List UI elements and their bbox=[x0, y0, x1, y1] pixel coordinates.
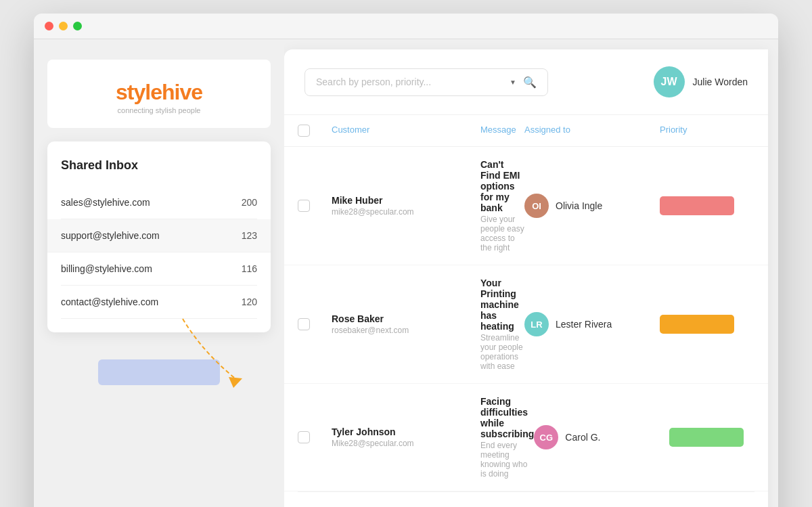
col-priority: Priority bbox=[660, 125, 754, 137]
inbox-item-contact[interactable]: contact@stylehive.com 120 bbox=[61, 286, 257, 319]
maximize-button[interactable] bbox=[73, 22, 82, 30]
col-customer: Customer bbox=[332, 125, 480, 137]
row3-checkbox-cell bbox=[298, 431, 332, 443]
minimize-button[interactable] bbox=[59, 22, 68, 30]
close-button[interactable] bbox=[45, 22, 53, 30]
shared-inbox-title: Shared Inbox bbox=[61, 158, 257, 173]
table-row[interactable]: Tyler Johnson Mike28@specular.com Facing… bbox=[284, 384, 768, 491]
logo-subtitle: connecting stylish people bbox=[64, 106, 254, 114]
placeholder-button[interactable] bbox=[98, 359, 220, 385]
row3-customer-email: Mike28@specular.com bbox=[332, 439, 480, 448]
row2-customer-email: rosebaker@next.com bbox=[332, 326, 480, 335]
row1-message-preview: Give your people easy access to the righ… bbox=[480, 215, 524, 252]
main-content: Search by person, priority... ▼ 🔍 JW Jul… bbox=[284, 49, 768, 507]
row1-assigned: OI Olivia Ingle bbox=[524, 194, 660, 218]
inbox-count-billing: 116 bbox=[242, 263, 257, 274]
row2-checkbox-cell bbox=[298, 318, 332, 330]
row2-message-preview: Streamline your people operations with e… bbox=[480, 333, 524, 371]
browser-body: stylehive connecting stylish people Shar… bbox=[34, 39, 778, 507]
inbox-count-contact: 120 bbox=[242, 296, 257, 307]
browser-window: stylehive connecting stylish people Shar… bbox=[34, 14, 778, 507]
row3-message: Facing difficulties while subscribing En… bbox=[480, 396, 534, 479]
inbox-item-support[interactable]: support@stylehive.com 123 bbox=[47, 219, 271, 252]
search-icon[interactable]: 🔍 bbox=[523, 76, 537, 89]
inbox-item-billing[interactable]: billing@stylehive.com 116 bbox=[61, 252, 257, 286]
row3-customer: Tyler Johnson Mike28@specular.com bbox=[332, 426, 480, 448]
inbox-email-sales: sales@stylehive.com bbox=[61, 197, 150, 208]
bottom-button-area bbox=[47, 359, 271, 385]
annotation-area: All inboxes in one place bbox=[284, 492, 768, 507]
browser-titlebar bbox=[34, 14, 778, 39]
row3-assigned: CG Carol G. bbox=[534, 425, 669, 449]
table-row[interactable]: Mike Huber mike28@specular.com Can't Fin… bbox=[284, 147, 768, 265]
row1-customer: Mike Huber mike28@specular.com bbox=[332, 195, 480, 217]
row3-checkbox[interactable] bbox=[298, 431, 310, 443]
row2-message: Your Printing machine has heating Stream… bbox=[480, 278, 524, 371]
row1-assignee-avatar: OI bbox=[524, 194, 549, 218]
row1-message-title: Can't Find EMI options for my bank bbox=[480, 159, 524, 213]
row1-checkbox-cell bbox=[298, 200, 332, 212]
inbox-count-support: 123 bbox=[242, 230, 257, 241]
checkbox-header-cell bbox=[298, 125, 332, 137]
user-name: Julie Worden bbox=[693, 76, 748, 87]
row2-checkbox[interactable] bbox=[298, 318, 310, 330]
user-avatar: JW bbox=[654, 66, 685, 97]
row2-message-title: Your Printing machine has heating bbox=[480, 278, 524, 332]
inbox-card: Shared Inbox sales@stylehive.com 200 sup… bbox=[47, 141, 271, 332]
sidebar: stylehive connecting stylish people Shar… bbox=[34, 39, 284, 507]
row2-priority-badge bbox=[660, 315, 734, 334]
search-bar[interactable]: Search by person, priority... ▼ 🔍 bbox=[304, 68, 548, 96]
logo-text: stylehive bbox=[64, 80, 254, 105]
row3-customer-name: Tyler Johnson bbox=[332, 426, 480, 437]
row1-message: Can't Find EMI options for my bank Give … bbox=[480, 159, 524, 252]
row2-customer: Rose Baker rosebaker@next.com bbox=[332, 313, 480, 335]
search-placeholder: Search by person, priority... bbox=[316, 76, 503, 87]
main-header: Search by person, priority... ▼ 🔍 JW Jul… bbox=[284, 49, 768, 115]
row3-assignee-avatar: CG bbox=[534, 425, 558, 449]
row2-assigned: LR Lester Rivera bbox=[524, 312, 660, 336]
select-all-checkbox[interactable] bbox=[298, 125, 310, 137]
row3-message-preview: End every meeting knowing who is doing bbox=[480, 441, 534, 479]
user-profile: JW Julie Worden bbox=[654, 66, 748, 97]
logo-area: stylehive connecting stylish people bbox=[47, 60, 271, 128]
table-row[interactable]: Rose Baker rosebaker@next.com Your Print… bbox=[284, 265, 768, 384]
inbox-count-sales: 200 bbox=[242, 197, 257, 208]
row2-assignee-avatar: LR bbox=[524, 312, 549, 336]
row2-customer-name: Rose Baker bbox=[332, 313, 480, 324]
row1-priority bbox=[660, 196, 754, 215]
inbox-table: Customer Message Assigned to Priority Mi… bbox=[284, 115, 768, 492]
row2-priority bbox=[660, 315, 754, 334]
inbox-item-sales[interactable]: sales@stylehive.com 200 bbox=[61, 186, 257, 219]
col-assigned: Assigned to bbox=[524, 125, 660, 137]
row1-customer-name: Mike Huber bbox=[332, 195, 480, 206]
row1-assignee-name: Olivia Ingle bbox=[556, 200, 602, 211]
col-message: Message bbox=[480, 125, 524, 137]
row1-checkbox[interactable] bbox=[298, 200, 310, 212]
inbox-email-billing: billing@stylehive.com bbox=[61, 263, 152, 274]
row1-customer-email: mike28@specular.com bbox=[332, 207, 480, 217]
row3-message-title: Facing difficulties while subscribing bbox=[480, 396, 534, 439]
row3-priority bbox=[669, 428, 764, 447]
row3-assignee-name: Carol G. bbox=[565, 432, 600, 443]
filter-icon[interactable]: ▼ bbox=[510, 79, 516, 86]
inbox-email-contact: contact@stylehive.com bbox=[61, 296, 158, 307]
table-header: Customer Message Assigned to Priority bbox=[284, 115, 768, 147]
row1-priority-badge bbox=[660, 196, 734, 215]
row3-priority-badge bbox=[669, 428, 744, 447]
inbox-email-support: support@stylehive.com bbox=[61, 230, 160, 241]
row2-assignee-name: Lester Rivera bbox=[556, 319, 612, 330]
